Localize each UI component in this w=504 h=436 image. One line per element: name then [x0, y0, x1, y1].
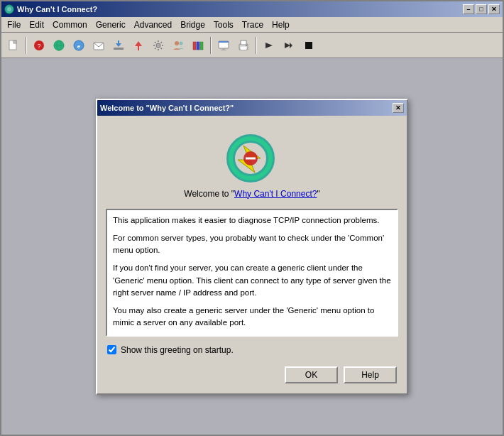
dialog-close-button[interactable]: ✕ — [393, 103, 404, 113]
browser-icon[interactable]: e — [70, 36, 88, 55]
maximize-button[interactable]: □ — [476, 4, 487, 14]
arrow-right-icon[interactable] — [260, 36, 278, 55]
menu-tools[interactable]: Tools — [209, 18, 238, 32]
skip-forward-icon[interactable] — [280, 36, 298, 55]
app-icon — [4, 4, 14, 14]
welcome-text-area[interactable]: This application makes it easier to diag… — [106, 209, 398, 337]
printer-icon[interactable] — [234, 36, 253, 55]
toolbar-sep-3 — [256, 37, 257, 54]
show-greeting-checkbox[interactable] — [107, 345, 116, 354]
welcome-dialog: Welcome to "Why Can't I Connect?" ✕ — [96, 99, 408, 395]
menu-file[interactable]: File — [3, 18, 25, 32]
svg-marker-41 — [290, 43, 292, 48]
svg-rect-30 — [200, 42, 203, 50]
svg-rect-38 — [246, 45, 247, 46]
para-3: If you don't find your server, you can c… — [113, 262, 391, 299]
svg-point-26 — [175, 41, 179, 45]
svg-rect-14 — [118, 40, 119, 45]
svg-text:e: e — [77, 43, 81, 50]
menu-advanced[interactable]: Advanced — [130, 18, 176, 32]
svg-marker-40 — [285, 43, 290, 48]
help-button[interactable]: Help — [344, 366, 397, 383]
svg-marker-15 — [135, 41, 142, 46]
svg-rect-32 — [219, 41, 229, 43]
svg-rect-37 — [241, 47, 246, 50]
para-1: This application makes it easier to diag… — [113, 214, 391, 227]
stop-icon[interactable] — [300, 36, 318, 55]
main-content: Welcome to "Why Can't I Connect?" ✕ — [1, 58, 503, 435]
monitor-icon[interactable] — [214, 36, 233, 55]
para-4: You may also create a generic server und… — [113, 305, 391, 329]
para-5: Use the 'Advanced' menu option to step t… — [113, 335, 391, 337]
svg-line-25 — [155, 48, 156, 49]
title-bar-text: Why Can't I Connect? — [4, 4, 97, 14]
svg-point-17 — [156, 43, 160, 48]
new-icon[interactable] — [4, 36, 23, 55]
menu-help[interactable]: Help — [268, 18, 294, 32]
minimize-button[interactable]: – — [463, 4, 474, 14]
svg-text:?: ? — [37, 43, 40, 50]
para-2: For common server types, you probably wa… — [113, 232, 391, 257]
show-greeting-label[interactable]: Show this greeting on startup. — [121, 345, 234, 355]
menu-bridge[interactable]: Bridge — [176, 18, 209, 32]
svg-line-23 — [161, 48, 163, 49]
title-controls: – □ ✕ — [463, 4, 500, 14]
dialog-title-bar: Welcome to "Why Can't I Connect?" ✕ — [97, 100, 407, 116]
toolbar-sep-2 — [210, 37, 212, 54]
svg-rect-16 — [138, 46, 139, 50]
toolbar-sep-1 — [26, 37, 27, 54]
app-logo — [224, 131, 280, 185]
svg-rect-36 — [241, 40, 246, 45]
svg-line-22 — [155, 42, 156, 43]
download-icon[interactable] — [109, 36, 128, 55]
email-icon[interactable] — [89, 36, 108, 55]
svg-rect-34 — [221, 50, 226, 50]
svg-line-24 — [161, 42, 163, 43]
title-bar: Why Can't I Connect? – □ ✕ — [1, 1, 503, 17]
menu-generic[interactable]: Generic — [92, 18, 130, 32]
menu-trace[interactable]: Trace — [238, 18, 268, 32]
svg-rect-28 — [193, 42, 196, 50]
welcome-link[interactable]: Why Can't I Connect? — [234, 189, 317, 199]
svg-rect-42 — [305, 42, 312, 49]
dialog-body: Welcome to "Why Can't I Connect?" This a… — [97, 116, 407, 393]
globe-icon[interactable] — [50, 36, 68, 55]
show-greeting-area: Show this greeting on startup. — [106, 342, 398, 358]
menu-common[interactable]: Common — [48, 18, 92, 32]
main-window: Why Can't I Connect? – □ ✕ File Edit Com… — [0, 0, 504, 436]
close-button[interactable]: ✕ — [488, 4, 500, 14]
menu-bar: File Edit Common Generic Advanced Bridge… — [1, 17, 503, 33]
menu-edit[interactable]: Edit — [25, 18, 48, 32]
svg-rect-33 — [222, 48, 225, 50]
ok-button[interactable]: OK — [285, 366, 338, 383]
welcome-label: Welcome to "Why Can't I Connect?" — [184, 189, 319, 199]
up-arrow-icon[interactable] — [129, 36, 148, 55]
svg-rect-29 — [197, 42, 199, 50]
svg-marker-39 — [265, 43, 273, 48]
svg-point-27 — [180, 41, 183, 45]
dialog-title-text: Welcome to "Why Can't I Connect?" — [100, 104, 234, 112]
toolbar: ? e — [1, 33, 503, 58]
books-icon[interactable] — [189, 36, 207, 55]
dialog-buttons: OK Help — [106, 364, 398, 385]
mail-red-icon[interactable]: ? — [30, 36, 48, 55]
svg-point-1 — [7, 7, 11, 11]
svg-rect-3 — [13, 40, 16, 43]
logo-area: Welcome to "Why Can't I Connect?" — [106, 124, 398, 203]
svg-rect-12 — [114, 48, 124, 50]
settings-icon[interactable] — [149, 36, 168, 55]
people-icon[interactable] — [169, 36, 187, 55]
